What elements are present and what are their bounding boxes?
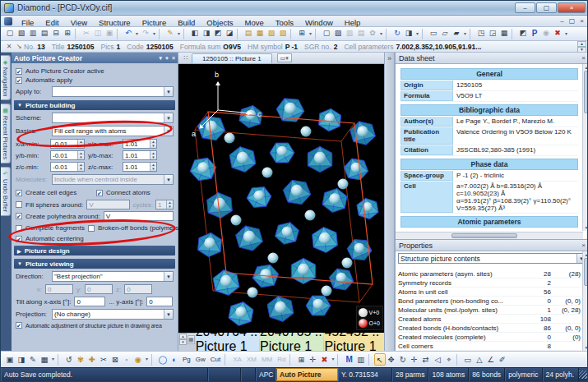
property-row[interactable]: Created atoms 108 xyxy=(398,315,581,324)
connect-atoms-checkbox[interactable]: ✔ Connect atoms xyxy=(96,189,174,196)
toolbar-icon[interactable]: ▾ xyxy=(462,28,468,39)
toolbar-icon[interactable]: ✎ xyxy=(164,28,176,39)
section-picture-building[interactable]: ▼ Picture building xyxy=(14,100,175,110)
toolbar-icon[interactable]: ▾ xyxy=(50,353,56,366)
toolbar-icon[interactable] xyxy=(225,354,229,366)
toolbar-icon[interactable]: ▣ xyxy=(104,28,115,39)
legend-item[interactable]: O+0 xyxy=(359,318,380,329)
toolbar-icon[interactable]: ✐ xyxy=(497,353,508,366)
structure-canvas[interactable]: bca V+0 O+0 xyxy=(178,64,384,333)
toolbar-icon[interactable]: XA xyxy=(230,353,244,366)
toolbar-icon[interactable] xyxy=(117,29,121,39)
toolbar-icon[interactable]: ▦ xyxy=(498,28,510,39)
menu-item[interactable]: Help xyxy=(339,18,367,27)
toolbar-icon[interactable]: ▤ xyxy=(39,28,50,39)
toolbar-icon[interactable]: ▾ xyxy=(176,28,182,39)
toolbar-icon[interactable] xyxy=(151,354,155,366)
toolbar-icon[interactable]: ◩ xyxy=(212,28,224,39)
toolbar-icon[interactable]: ⊟ xyxy=(50,28,62,39)
close-icon[interactable]: × xyxy=(581,54,586,62)
menu-item[interactable]: Picture xyxy=(137,18,173,27)
toolbar-icon[interactable]: ▾ xyxy=(414,28,420,39)
menu-item[interactable]: File xyxy=(16,18,39,27)
close-icon[interactable]: × xyxy=(581,242,586,249)
side-tab[interactable]: ▦ Recent Pictures xyxy=(1,104,11,163)
panel-close-icon[interactable]: × xyxy=(172,55,175,62)
resize-grip[interactable] xyxy=(579,370,587,379)
property-row[interactable]: Molecular units (mol./polym. sites) 1 (0… xyxy=(398,306,581,315)
tab-list-icon[interactable]: ▦ xyxy=(188,335,195,344)
toolbar-icon[interactable]: ◨ xyxy=(403,28,414,39)
toolbar-icon[interactable]: ◧ xyxy=(189,28,201,39)
tile-windows-icon[interactable]: ∷ xyxy=(180,54,192,62)
toolbar-icon[interactable]: ◦ xyxy=(121,353,132,366)
toolbar-icon[interactable]: M xyxy=(343,353,354,366)
toolbar-icon[interactable]: ▰ xyxy=(451,28,462,39)
range-min-stepper[interactable]: -0.01▲▼ xyxy=(50,162,85,172)
record-close-icon[interactable]: ✕ xyxy=(4,43,14,50)
toolbar-icon[interactable]: ▧ xyxy=(16,28,27,39)
toolbar-icon[interactable] xyxy=(159,29,163,39)
toolbar-icon[interactable]: ▾ xyxy=(378,28,384,39)
toolbar-icon[interactable]: ◲ xyxy=(487,28,498,39)
tab-scroll-spinner[interactable]: ▲▼ xyxy=(179,334,187,345)
toolbar-icon[interactable] xyxy=(290,29,294,39)
toolbar-icon[interactable] xyxy=(512,29,516,39)
toolbar-icon[interactable]: ◨ xyxy=(16,353,27,366)
maximize-button[interactable]: ▢ xyxy=(536,2,557,13)
toolbar-icon[interactable]: ▾ xyxy=(151,28,157,39)
toolbar-icon[interactable]: ▭ xyxy=(462,353,474,366)
broken-off-bonds-checkbox[interactable]: Broken-off bonds (polymers) xyxy=(88,224,181,232)
toolbar-icon[interactable]: ▧ xyxy=(277,28,289,39)
toolbar-icon[interactable]: ▥ xyxy=(344,28,355,39)
pin-icon[interactable]: ⌖ xyxy=(165,55,169,62)
toolbar-icon[interactable]: ∠ xyxy=(485,353,497,366)
toolbar-icon[interactable]: ✥ xyxy=(386,353,397,366)
properties-selector[interactable]: Structure picture contents ▼ xyxy=(398,253,586,264)
close-button[interactable]: × xyxy=(558,2,586,13)
menu-item[interactable]: Objects xyxy=(201,18,238,27)
toolbar-icon[interactable] xyxy=(368,354,373,366)
toolbar-icon[interactable]: ↻ xyxy=(397,353,409,366)
property-row[interactable]: Created molecules (complete) 0 (0) xyxy=(398,333,581,342)
datasheet-hscrollbar[interactable] xyxy=(396,232,583,239)
toolbar-icon[interactable]: ▥ xyxy=(355,353,367,366)
auto-picture-mode-badge[interactable]: Auto Picture xyxy=(275,368,338,381)
range-max-stepper[interactable]: 1.01▲▼ xyxy=(123,139,157,149)
toolbar-icon[interactable]: ✚ xyxy=(86,353,98,366)
toolbar-icon[interactable]: ✾ xyxy=(75,353,86,366)
toolbar-icon[interactable] xyxy=(337,354,341,366)
section-picture-design[interactable]: ▶ Picture design xyxy=(14,246,175,255)
toolbar-icon[interactable]: ↺ xyxy=(63,353,75,366)
toolbar-icon[interactable]: ▢ xyxy=(4,28,16,39)
toolbar-icon[interactable]: ▱ xyxy=(439,28,451,39)
toolbar-icon[interactable]: ▦ xyxy=(39,353,50,366)
toolbar-icon[interactable]: Cut xyxy=(208,353,223,366)
toolbar-icon[interactable]: ◉ xyxy=(540,28,552,39)
toolbar-icon[interactable]: ◯ xyxy=(157,353,169,366)
toolbar-icon[interactable] xyxy=(386,29,390,39)
toolbar-icon[interactable]: ✖ xyxy=(318,353,330,366)
projection-combo[interactable]: (No change)▼ xyxy=(52,309,174,320)
mdi-close-icon[interactable]: × xyxy=(580,17,584,25)
toolbar-icon[interactable]: MM xyxy=(259,353,275,366)
toolbar-icon[interactable]: ▨ xyxy=(332,28,344,39)
menu-item[interactable]: Build xyxy=(172,18,201,27)
section-picture-viewing[interactable]: ▼ Picture viewing xyxy=(14,259,175,269)
toolbar-icon[interactable]: ✂ xyxy=(81,28,92,39)
menu-item[interactable]: Tools xyxy=(270,18,299,27)
toolbar-icon[interactable]: ✂ xyxy=(98,353,109,366)
side-tab[interactable]: ↶ Undo Buffer xyxy=(1,167,11,216)
toolbar-icon[interactable]: P xyxy=(529,28,540,39)
automatic-apply-checkbox[interactable]: ✔ Automatic apply xyxy=(16,76,174,84)
toolbar-icon[interactable]: ✎ xyxy=(27,353,39,366)
basics-combo[interactable]: Fill cell range with atoms▼ xyxy=(52,126,174,136)
complete-fragments-checkbox[interactable]: Complete fragments xyxy=(16,224,85,232)
tilt-x-field[interactable]: 0 xyxy=(74,297,105,306)
chevron-expand-icon[interactable]: » xyxy=(385,54,394,62)
property-row[interactable]: Atomic parameters (asym. sites) 28 (28) xyxy=(398,269,581,278)
property-row[interactable]: Atoms in unit cell 56 xyxy=(398,288,581,297)
toolbar-icon[interactable]: ↖ xyxy=(374,353,386,366)
range-max-stepper[interactable]: 1.01▲▼ xyxy=(123,150,157,160)
toolbar-icon[interactable]: XM xyxy=(244,353,259,366)
